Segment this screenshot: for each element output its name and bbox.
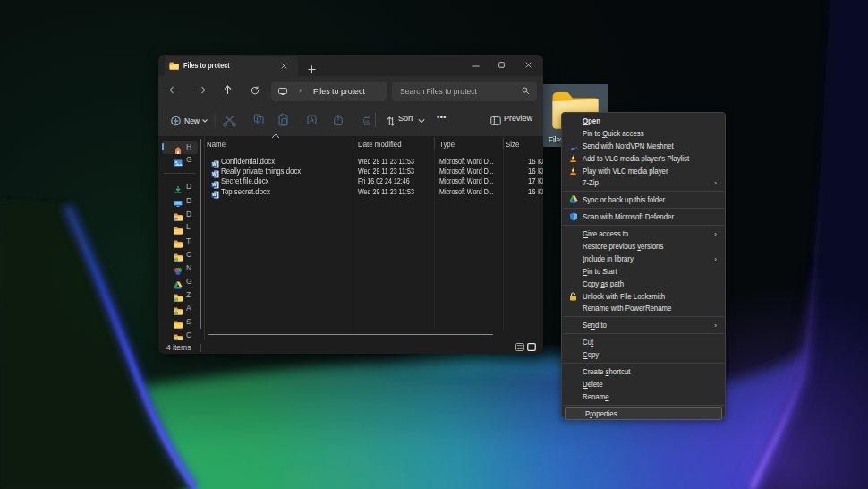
svg-text:New: New xyxy=(184,116,200,125)
svg-text:W: W xyxy=(212,193,217,197)
